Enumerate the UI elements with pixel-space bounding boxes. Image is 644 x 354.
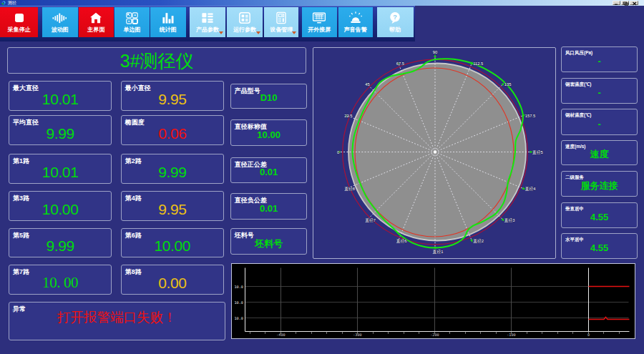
trend-chart-panel: -400-300-200-100010.010.010.0 (231, 263, 635, 339)
metric-value: 4.55 (562, 242, 637, 254)
status-box: 风口风压(Pa)- (561, 46, 638, 73)
spoke-label: 直径8 (344, 187, 355, 191)
toolbar-button-help[interactable]: ?帮助 (377, 7, 414, 37)
toolbar-button-device-manage[interactable]: 设备管理 (264, 7, 298, 37)
metric-box: 坯料号坯料号 (230, 228, 308, 255)
help-icon: ? (377, 9, 414, 26)
toolbar-button-panes[interactable]: 单边图 (114, 7, 150, 37)
restore-icon (622, 1, 630, 6)
spoke-label: 直径2 (473, 239, 484, 243)
metric-value: 10.00 (231, 129, 307, 141)
external-screen-icon (302, 9, 337, 26)
metric-value: 速度 (562, 149, 637, 160)
external-screen-icon (312, 11, 327, 25)
gauge-title-box: 3#测径仪 (7, 47, 306, 74)
metric-value: 0.06 (122, 124, 223, 142)
metric-box: 第5路9.99 (9, 228, 112, 257)
product-params-icon (190, 9, 226, 26)
spoke-label: 直径1 (433, 250, 444, 254)
dropdown-arrow-icon (256, 31, 260, 34)
toolbar-button-label: 主界面 (79, 26, 114, 34)
metric-box: 直径正公差0.01 (230, 157, 308, 183)
metric-value: 9.99 (9, 237, 111, 255)
sound-alarm-icon (348, 11, 363, 25)
metric-box: 直径标称值10.00 (230, 119, 308, 146)
toolbar-button-label: 声音告警 (338, 26, 374, 34)
metric-value: - (562, 87, 637, 99)
spoke-label: 22.5 (344, 114, 352, 118)
alarm-box: 异常打开报警端口失败！ (9, 302, 225, 341)
svg-text:10.0: 10.0 (235, 300, 244, 304)
metric-value: 9.95 (122, 90, 223, 108)
minimize-button[interactable] (613, 1, 620, 5)
toolbar-button-home[interactable]: 主界面 (79, 7, 114, 37)
toolbar-button-label: 采集停止 (0, 26, 38, 34)
window-title: 测径 (8, 0, 16, 6)
metric-box: 第3路10.00 (9, 191, 112, 220)
svg-text:10.0: 10.0 (235, 284, 244, 288)
run-params-icon (238, 11, 251, 25)
toolbar-button-bar-chart[interactable]: 统计图 (150, 7, 186, 37)
metric-value: 服务连接 (562, 180, 637, 192)
metric-value: 0.00 (122, 274, 223, 292)
restore-button[interactable] (621, 1, 629, 5)
spoke-label: 67.5 (396, 62, 404, 66)
toolbar: 采集停止波动图主界面单边图统计图产品参数运行参数设备管理开外接屏声音告警?帮助 (0, 6, 415, 41)
metric-value: 打开报警端口失败！ (9, 309, 225, 325)
dropdown-arrow-icon (292, 31, 296, 34)
waveform-icon (42, 9, 78, 26)
metric-value: - (562, 56, 637, 67)
polar-profile-panel: 022.54567.590112.5135157.5直径5直径4直径3直径2直径… (313, 47, 556, 259)
status-box: 二级服务服务连接 (561, 171, 638, 197)
gauge-title: 3#测径仪 (120, 51, 194, 71)
toolbar-button-product-params[interactable]: 产品参数 (190, 7, 226, 37)
metric-value: - (562, 119, 637, 130)
spoke-label: 157.5 (525, 114, 535, 118)
metric-box: 最小直径9.95 (121, 81, 224, 111)
metric-box: 平均直径9.99 (9, 115, 112, 145)
spoke-label: 直径4 (525, 187, 537, 191)
spoke-label: 112.5 (473, 62, 483, 66)
spoke-label: 90 (433, 50, 437, 54)
trend-chart: -400-300-200-100010.010.010.0 (232, 264, 635, 338)
product-params-icon (200, 11, 214, 25)
metric-box: 最大直径10.01 (9, 81, 112, 111)
toolbar-button-stop[interactable]: 采集停止 (0, 7, 38, 37)
device-manage-icon (275, 11, 288, 25)
device-manage-icon (264, 9, 298, 26)
metric-label: 风口风压(Pa) (565, 50, 592, 56)
metric-value: 9.99 (9, 124, 111, 142)
polar-profile-chart: 022.54567.590112.5135157.5直径5直径4直径3直径2直径… (313, 48, 555, 258)
minimize-icon (613, 1, 621, 6)
metric-value: 10.01 (9, 90, 111, 108)
spoke-label: 135 (504, 82, 512, 87)
metric-value: 9.99 (122, 163, 223, 181)
toolbar-button-run-params[interactable]: 运行参数 (227, 7, 263, 37)
home-icon (89, 11, 103, 25)
spoke-label: 直径3 (504, 218, 515, 222)
metric-box: 产品型号D10 (230, 84, 308, 109)
help-icon: ? (388, 11, 401, 25)
stop-icon (12, 11, 26, 25)
dropdown-arrow-icon (219, 31, 223, 34)
status-box: 水平居中4.55 (561, 233, 638, 259)
toolbar-button-label: 单边图 (114, 26, 150, 34)
metric-label: 二级服务 (565, 174, 584, 181)
close-button[interactable] (630, 1, 638, 5)
spoke-label: 直径5 (532, 150, 543, 154)
metric-value: D10 (231, 92, 307, 104)
spoke-marker-icon (434, 54, 436, 57)
toolbar-button-sound-alarm[interactable]: 声音告警 (338, 7, 374, 37)
metric-value: 0.01 (231, 203, 307, 215)
close-icon (630, 1, 639, 6)
bar-chart-icon (161, 11, 175, 25)
metric-box: 直径负公差0.01 (230, 193, 308, 220)
spoke-marker-icon (470, 239, 472, 242)
home-icon (79, 9, 114, 26)
bar-chart-icon (150, 9, 186, 26)
stop-icon (0, 9, 38, 26)
toolbar-button-external-screen[interactable]: 开外接屏 (302, 7, 337, 37)
toolbar-button-waveform[interactable]: 波动图 (42, 7, 78, 37)
svg-text:10.0: 10.0 (235, 315, 244, 320)
metric-box: 第6路10.00 (121, 228, 224, 257)
